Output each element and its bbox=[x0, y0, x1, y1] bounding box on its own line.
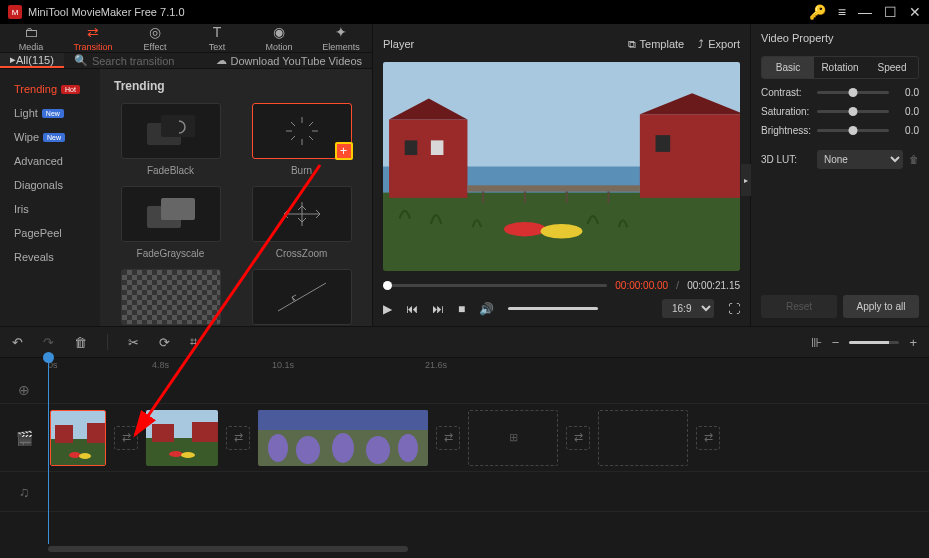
mixer-icon[interactable]: ⊪ bbox=[811, 335, 822, 350]
zoom-in-button[interactable]: + bbox=[909, 335, 917, 350]
tab-speed[interactable]: Speed bbox=[866, 57, 918, 78]
play-button[interactable]: ▶ bbox=[383, 302, 392, 316]
player-title: Player bbox=[383, 38, 414, 50]
svg-rect-34 bbox=[55, 425, 73, 443]
lut-select[interactable]: None bbox=[817, 150, 903, 169]
svg-point-48 bbox=[332, 433, 354, 463]
svg-point-43 bbox=[181, 452, 195, 458]
tool-media[interactable]: 🗀Media bbox=[0, 24, 62, 52]
stop-button[interactable]: ■ bbox=[458, 302, 465, 316]
export-button[interactable]: ⤴Export bbox=[698, 38, 740, 51]
contrast-slider[interactable] bbox=[817, 91, 889, 94]
tool-elements[interactable]: ✦Elements bbox=[310, 24, 372, 52]
svg-rect-21 bbox=[431, 140, 444, 155]
saturation-slider[interactable] bbox=[817, 110, 889, 113]
sidebar-item-advanced[interactable]: Advanced bbox=[0, 149, 100, 173]
tool-transition[interactable]: ⇄Transition bbox=[62, 24, 124, 52]
sidebar-item-iris[interactable]: Iris bbox=[0, 197, 100, 221]
empty-slot-1[interactable]: ⊞ bbox=[468, 410, 558, 466]
tool-motion[interactable]: ◉Motion bbox=[248, 24, 310, 52]
audio-track-icon: ♫ bbox=[0, 472, 48, 511]
saturation-label: Saturation: bbox=[761, 106, 811, 117]
badge-new: New bbox=[43, 133, 65, 142]
transition-fadegrayscale[interactable]: FadeGrayscale bbox=[114, 186, 227, 259]
svg-line-9 bbox=[291, 136, 295, 140]
svg-point-30 bbox=[504, 222, 546, 237]
svg-point-50 bbox=[398, 434, 418, 462]
clip-3[interactable] bbox=[258, 410, 428, 466]
transition-slot-3[interactable]: ⇄ bbox=[436, 426, 460, 450]
delete-lut-icon[interactable]: 🗑 bbox=[909, 154, 919, 165]
folder-icon: 🗀 bbox=[24, 24, 38, 40]
tab-basic[interactable]: Basic bbox=[762, 57, 814, 78]
transition-extra1[interactable] bbox=[114, 269, 227, 325]
tool-effect[interactable]: ◎Effect bbox=[124, 24, 186, 52]
zoom-slider[interactable] bbox=[849, 341, 899, 344]
transition-slot-2[interactable]: ⇄ bbox=[226, 426, 250, 450]
video-track-icon: 🎬 bbox=[0, 404, 48, 471]
brightness-slider[interactable] bbox=[817, 129, 889, 132]
close-icon[interactable]: ✕ bbox=[909, 4, 921, 20]
svg-line-6 bbox=[291, 122, 295, 126]
empty-slot-2[interactable] bbox=[598, 410, 688, 466]
sidebar-item-reveals[interactable]: Reveals bbox=[0, 245, 100, 269]
redo-button[interactable]: ↷ bbox=[43, 335, 54, 350]
timeline-ruler[interactable]: 0s 4.8s 10.1s 21.6s bbox=[0, 358, 929, 376]
sidebar-item-wipe[interactable]: WipeNew bbox=[0, 125, 100, 149]
svg-point-49 bbox=[366, 436, 390, 464]
brightness-label: Brightness: bbox=[761, 125, 811, 136]
sidebar-item-light[interactable]: LightNew bbox=[0, 101, 100, 125]
cut-button[interactable]: ✂ bbox=[128, 335, 139, 350]
search-input[interactable]: 🔍Search transition bbox=[64, 54, 206, 67]
apply-all-button[interactable]: Apply to all bbox=[843, 295, 919, 318]
svg-rect-35 bbox=[87, 423, 106, 443]
maximize-icon[interactable]: ☐ bbox=[884, 4, 897, 20]
reset-button[interactable]: Reset bbox=[761, 295, 837, 318]
transition-fadeblack[interactable]: FadeBlack bbox=[114, 103, 227, 176]
saturation-value: 0.0 bbox=[895, 106, 919, 117]
volume-icon[interactable]: 🔊 bbox=[479, 302, 494, 316]
delete-button[interactable]: 🗑 bbox=[74, 335, 87, 350]
transition-slot-4[interactable]: ⇄ bbox=[566, 426, 590, 450]
undo-button[interactable]: ↶ bbox=[12, 335, 23, 350]
video-preview[interactable] bbox=[383, 62, 740, 271]
clip-2[interactable] bbox=[146, 410, 218, 466]
next-button[interactable]: ⏭ bbox=[432, 302, 444, 316]
overlay-icon[interactable]: ⊕ bbox=[0, 376, 48, 403]
tool-text[interactable]: TText bbox=[186, 24, 248, 52]
svg-point-47 bbox=[296, 436, 320, 464]
timeline-scrollbar[interactable] bbox=[48, 546, 408, 552]
crop-button[interactable]: ⌗ bbox=[190, 334, 197, 350]
sidebar-item-pagepeel[interactable]: PagePeel bbox=[0, 221, 100, 245]
minimize-icon[interactable]: — bbox=[858, 4, 872, 20]
media-panel: 🗀Media ⇄Transition ◎Effect TText ◉Motion… bbox=[0, 24, 373, 326]
transition-crosszoom[interactable]: CrossZoom bbox=[245, 186, 358, 259]
clip-1[interactable] bbox=[50, 410, 106, 466]
aspect-select[interactable]: 16:9 bbox=[662, 299, 714, 318]
transition-slot-5[interactable]: ⇄ bbox=[696, 426, 720, 450]
volume-slider[interactable] bbox=[508, 307, 598, 310]
progress-bar[interactable] bbox=[383, 284, 607, 287]
template-button[interactable]: ⧉Template bbox=[628, 38, 685, 51]
svg-rect-41 bbox=[192, 422, 218, 442]
svg-rect-24 bbox=[656, 135, 671, 152]
sidebar-item-trending[interactable]: TrendingHot bbox=[0, 77, 100, 101]
tab-rotation[interactable]: Rotation bbox=[814, 57, 866, 78]
transition-burn[interactable]: + Burn bbox=[245, 103, 358, 176]
add-transition-button[interactable]: + bbox=[335, 142, 353, 160]
collapse-toggle[interactable]: ▸ bbox=[741, 164, 751, 196]
svg-rect-40 bbox=[152, 424, 174, 442]
transition-slot-1[interactable]: ⇄ bbox=[114, 426, 138, 450]
key-icon[interactable]: 🔑 bbox=[809, 4, 826, 20]
svg-rect-1 bbox=[161, 115, 195, 137]
speed-button[interactable]: ⟳ bbox=[159, 335, 170, 350]
svg-rect-22 bbox=[640, 114, 740, 198]
download-link[interactable]: ☁Download YouTube Videos bbox=[206, 54, 373, 67]
prev-button[interactable]: ⏮ bbox=[406, 302, 418, 316]
menu-icon[interactable]: ≡ bbox=[838, 4, 846, 20]
all-count[interactable]: ▸ All(115) bbox=[0, 53, 64, 68]
fullscreen-button[interactable]: ⛶ bbox=[728, 302, 740, 316]
zoom-out-button[interactable]: − bbox=[832, 335, 840, 350]
sidebar-item-diagonals[interactable]: Diagonals bbox=[0, 173, 100, 197]
transition-extra2[interactable] bbox=[245, 269, 358, 325]
